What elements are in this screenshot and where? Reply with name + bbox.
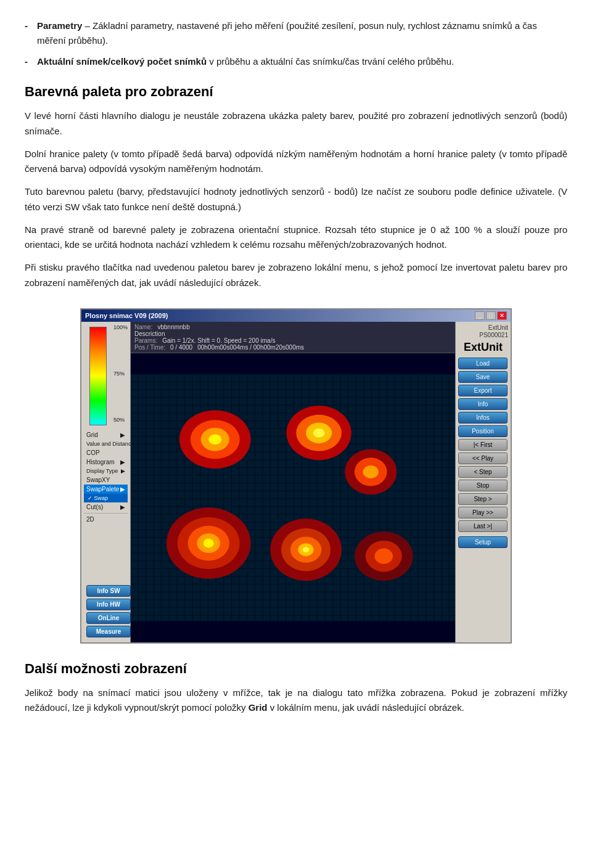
menu-display-type[interactable]: Display Type ▶ bbox=[84, 467, 128, 475]
menu-grid[interactable]: Grid ▶ bbox=[84, 430, 128, 440]
export-button[interactable]: Export bbox=[458, 385, 508, 396]
minimize-button[interactable]: _ bbox=[475, 311, 485, 320]
left-bottom-buttons: Info SW Info HW OnLine Measure bbox=[84, 583, 128, 640]
position-button[interactable]: Position bbox=[458, 425, 508, 437]
setup-button[interactable]: Setup bbox=[458, 536, 508, 548]
para-4: Na pravé straně od barevné palety je zob… bbox=[25, 223, 567, 253]
menu-swappalete[interactable]: SwapPalete ▶ bbox=[84, 485, 128, 494]
info-button[interactable]: Info bbox=[458, 398, 508, 410]
step-forward-button[interactable]: Step > bbox=[458, 493, 508, 505]
infos-button[interactable]: Infos bbox=[458, 412, 508, 424]
bullet-item-1: - Parametry – Základní parametry, nastav… bbox=[25, 18, 567, 48]
info-bar: Name: vbbnnmnbb Descriction Params: Gain… bbox=[131, 322, 455, 353]
menu-swapxy[interactable]: SwapXY bbox=[84, 475, 128, 485]
svg-rect-3 bbox=[131, 374, 455, 621]
swap-label: ✓ Swap bbox=[84, 494, 128, 502]
menu-histogram[interactable]: Histogram ▶ bbox=[84, 457, 128, 467]
bullet-text-2: Aktuální snímek/celkový počet snímků v p… bbox=[37, 54, 454, 69]
pos-label: Pos / Time: bbox=[134, 344, 165, 351]
ext-unit-label: ExtUnit bbox=[458, 324, 508, 331]
info-sw-button[interactable]: Info SW bbox=[86, 585, 131, 597]
menu-cop[interactable]: COP bbox=[84, 448, 128, 457]
measure-button[interactable]: Measure bbox=[86, 626, 131, 637]
bullet-text-1-rest: – Základní parametry, nastavené při jeho… bbox=[37, 20, 537, 46]
step-back-button[interactable]: < Step bbox=[458, 466, 508, 478]
para-2: Dolní hranice palety (v tomto případě še… bbox=[25, 147, 567, 178]
left-menu: Grid ▶ Value and Distance ▶ COP Histogra… bbox=[84, 430, 128, 524]
svg-point-14 bbox=[363, 465, 379, 478]
last-button[interactable]: Last >| bbox=[458, 520, 508, 532]
screenshot-window: Plosny snimac V09 (2009) _ □ ✕ 100% 75% … bbox=[80, 308, 512, 644]
params-label: Params: bbox=[134, 337, 157, 344]
play-forward-button[interactable]: Play >> bbox=[458, 507, 508, 518]
info-row-params: Params: Gain = 1/2x. Shift = 0. Speed = … bbox=[134, 337, 451, 344]
name-label: Name: bbox=[134, 324, 152, 330]
info-row-desc: Descriction bbox=[134, 330, 451, 337]
left-panel: 100% 75% 50% Grid ▶ Value and Distance ▶… bbox=[81, 322, 131, 642]
params-value: Gain = 1/2x. Shift = 0. Speed = 200 ima/… bbox=[162, 337, 275, 344]
play-back-button[interactable]: << Play bbox=[458, 452, 508, 464]
window-title: Plosny snimac V09 (2009) bbox=[85, 312, 168, 319]
pos-value: 0 / 4000 bbox=[170, 344, 192, 351]
bullet-text-1: Parametry – Základní parametry, nastaven… bbox=[37, 18, 567, 48]
desc-label: Descriction bbox=[134, 330, 165, 337]
save-button[interactable]: Save bbox=[458, 371, 508, 383]
name-value: vbbnnmnbb bbox=[157, 324, 189, 330]
stop-button[interactable]: Stop bbox=[458, 480, 508, 491]
center-panel: Name: vbbnnmnbb Descriction Params: Gain… bbox=[131, 322, 455, 642]
grid-term: Grid bbox=[249, 702, 268, 713]
load-button[interactable]: Load bbox=[458, 358, 508, 369]
term-snimek: Aktuální snímek/celkový počet snímků bbox=[37, 56, 207, 67]
para-5: Při stisku pravého tlačítka nad uvedenou… bbox=[25, 260, 567, 291]
window-titlebar: Plosny snimac V09 (2009) _ □ ✕ bbox=[81, 309, 511, 322]
svg-point-27 bbox=[375, 548, 393, 563]
menu-cuts[interactable]: Cut(s) ▶ bbox=[84, 502, 128, 512]
first-button[interactable]: |< First bbox=[458, 439, 508, 451]
palette-label-75: 75% bbox=[113, 371, 128, 377]
ext-unit-id: PS000021 bbox=[458, 332, 508, 338]
thermal-svg bbox=[131, 353, 455, 642]
right-panel: ExtUnit PS000021 ExtUnit Load Save Expor… bbox=[455, 322, 511, 642]
info-hw-button[interactable]: Info HW bbox=[86, 599, 131, 610]
time-value: 00h00m00s004ms / 00h00m20s000ms bbox=[197, 344, 304, 351]
term-parametry: Parametry bbox=[37, 20, 82, 31]
window-body: 100% 75% 50% Grid ▶ Value and Distance ▶… bbox=[81, 322, 511, 642]
close-button[interactable]: ✕ bbox=[497, 311, 507, 320]
section2-heading: Další možnosti zobrazení bbox=[25, 661, 567, 677]
para-1: V levé horní části hlavního dialogu je n… bbox=[25, 108, 567, 139]
svg-point-24 bbox=[303, 547, 310, 552]
color-palette-bar bbox=[89, 327, 107, 425]
window-controls: _ □ ✕ bbox=[475, 311, 507, 320]
bullet-item-2: - Aktuální snímek/celkový počet snímků v… bbox=[25, 54, 567, 69]
svg-point-7 bbox=[208, 434, 221, 444]
svg-point-19 bbox=[204, 538, 214, 547]
section1-heading: Barevná paleta pro zobrazení bbox=[25, 84, 567, 100]
ext-unit-big: ExtUnit bbox=[458, 341, 508, 354]
menu-separator bbox=[84, 513, 128, 514]
maximize-button[interactable]: □ bbox=[486, 311, 496, 320]
thermal-image bbox=[131, 353, 455, 642]
menu-value-distance[interactable]: Value and Distance ▶ bbox=[84, 440, 128, 448]
bullet-list: - Parametry – Základní parametry, nastav… bbox=[25, 18, 567, 69]
bullet-dash: - bbox=[25, 18, 37, 48]
svg-point-11 bbox=[313, 428, 325, 437]
palette-label-50: 50% bbox=[113, 417, 128, 423]
info-row-pos: Pos / Time: 0 / 4000 00h00m00s004ms / 00… bbox=[134, 344, 451, 351]
info-row-name: Name: vbbnnmnbb bbox=[134, 324, 451, 330]
bullet-dash-2: - bbox=[25, 54, 37, 69]
menu-2d[interactable]: 2D bbox=[84, 515, 128, 524]
bullet-text-2-rest: v průběhu a aktuální čas snímku/čas trvá… bbox=[207, 56, 454, 67]
palette-section: 100% 75% 50% bbox=[84, 324, 128, 423]
online-button[interactable]: OnLine bbox=[86, 612, 131, 624]
section2-para-1: Jelikož body na snímací matici jsou ulož… bbox=[25, 686, 567, 716]
palette-label-100: 100% bbox=[113, 324, 128, 330]
para-3: Tuto barevnou paletu (barvy, představují… bbox=[25, 184, 567, 215]
